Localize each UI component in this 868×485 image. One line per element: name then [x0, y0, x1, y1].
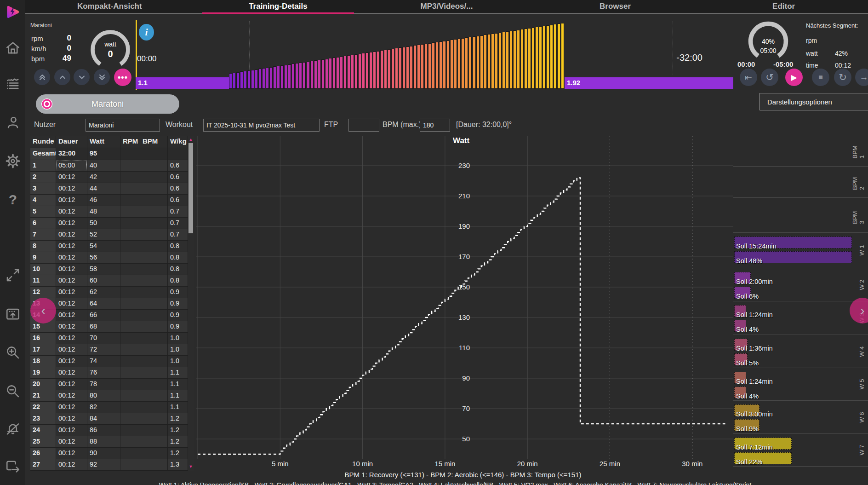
tab-mp3-videos[interactable]: MP3/Videos/... [362, 0, 531, 13]
table-cell[interactable]: 25 [30, 436, 56, 448]
table-cell[interactable]: 20 [30, 379, 56, 390]
table-cell[interactable] [120, 206, 140, 218]
table-cell[interactable]: 00:12 [56, 448, 87, 459]
profile-bar[interactable] [247, 70, 251, 89]
table-row[interactable]: 105:00400.6 [30, 160, 194, 172]
table-cell[interactable] [140, 148, 168, 160]
zone-target-bar[interactable]: Soll 4% [734, 387, 746, 398]
profile-bar[interactable] [413, 45, 417, 89]
profile-bar[interactable] [439, 41, 442, 89]
profile-bar[interactable] [528, 28, 531, 89]
table-cell[interactable]: 76 [87, 367, 120, 379]
profile-bar[interactable] [487, 34, 491, 89]
profile-bar[interactable] [554, 24, 557, 89]
table-cell[interactable]: 92 [87, 459, 120, 471]
profile-bar[interactable] [542, 26, 546, 89]
table-cell[interactable] [120, 172, 140, 183]
profile-bar[interactable] [428, 43, 431, 89]
table-cell[interactable] [120, 344, 140, 356]
profile-bar[interactable] [269, 67, 273, 89]
profile-bar[interactable] [546, 25, 549, 89]
table-cell[interactable]: 1.3 [168, 459, 188, 471]
expand-icon[interactable] [5, 267, 21, 283]
table-cell[interactable] [140, 195, 168, 206]
zone-target-bar[interactable]: Soll 1:24min [734, 372, 746, 384]
play-button[interactable]: ▶ [785, 69, 803, 86]
table-cell[interactable]: 21 [30, 390, 56, 402]
table-cell[interactable]: 68 [87, 321, 120, 333]
table-cell[interactable]: 1.2 [168, 413, 188, 425]
profile-bar[interactable] [473, 36, 476, 89]
profile-bar[interactable] [388, 49, 391, 89]
profile-bar[interactable] [280, 65, 284, 89]
profile-bar[interactable] [435, 42, 439, 89]
table-cell[interactable]: 80 [87, 390, 120, 402]
table-cell[interactable] [140, 321, 168, 333]
table-cell[interactable]: 0.9 [168, 310, 188, 321]
profile-bar[interactable] [446, 40, 450, 89]
profile-bar[interactable] [351, 55, 354, 89]
profile-bar[interactable] [461, 38, 464, 89]
profile-bar[interactable] [509, 31, 513, 89]
table-cell[interactable] [120, 287, 140, 298]
info-icon[interactable]: i [139, 24, 154, 40]
table-cell[interactable]: 00:12 [56, 218, 87, 229]
table-row[interactable]: 1100:12600.8 [30, 275, 194, 287]
table-cell[interactable] [140, 218, 168, 229]
table-row[interactable]: 2300:12841.2 [30, 413, 194, 425]
table-cell[interactable] [140, 287, 168, 298]
table-cell[interactable]: 0.8 [168, 275, 188, 287]
profile-bar[interactable] [443, 41, 446, 89]
table-cell[interactable]: 0.8 [168, 241, 188, 252]
profile-bar[interactable] [318, 60, 321, 89]
table-cell[interactable]: 1.1 [168, 402, 188, 413]
table-cell[interactable]: 1.0 [168, 356, 188, 367]
table-row[interactable]: 1000:12580.8 [30, 264, 194, 275]
table-row[interactable]: 2200:12821.1 [30, 402, 194, 413]
table-header-cell[interactable]: RPM [120, 136, 140, 148]
table-cell[interactable]: 40 [87, 160, 120, 172]
table-cell[interactable]: 4 [30, 195, 56, 206]
profile-bar[interactable] [457, 39, 461, 89]
table-cell[interactable] [120, 195, 140, 206]
table-cell[interactable]: 23 [30, 413, 56, 425]
table-cell[interactable] [120, 148, 140, 160]
zone-target-bar[interactable]: Soll 22% [734, 452, 792, 464]
table-row[interactable]: 1600:12701.0 [30, 333, 194, 344]
profile-bar[interactable] [550, 25, 553, 89]
profile-bar[interactable] [233, 73, 236, 89]
table-row[interactable]: 600:12500.7 [30, 218, 194, 229]
profile-bar[interactable] [513, 30, 516, 89]
table-cell[interactable] [120, 183, 140, 195]
table-row[interactable]: 2500:12881.2 [30, 436, 194, 448]
table-cell[interactable]: 00:12 [56, 413, 87, 425]
profile-bar[interactable] [417, 45, 420, 89]
table-cell[interactable] [120, 367, 140, 379]
table-cell[interactable]: 00:12 [56, 172, 87, 183]
table-cell[interactable]: 24 [30, 425, 56, 436]
table-cell[interactable] [140, 241, 168, 252]
profile-bar[interactable] [343, 56, 347, 89]
profile-bar[interactable] [295, 63, 298, 89]
table-cell[interactable] [140, 367, 168, 379]
profile-bar[interactable] [491, 34, 494, 89]
table-cell[interactable] [140, 425, 168, 436]
profile-bar[interactable] [240, 71, 243, 89]
table-header-cell[interactable]: W/kg [168, 136, 188, 148]
table-cell[interactable]: 00:12 [56, 241, 87, 252]
profile-bar[interactable] [484, 35, 487, 89]
rounds-table[interactable]: RundeDauerWattRPMBPMW/kgGesamt32:0095105… [30, 136, 194, 471]
table-cell[interactable]: 86 [87, 425, 120, 436]
table-cell[interactable]: 3 [30, 183, 56, 195]
table-cell[interactable] [140, 298, 168, 310]
chevron-up-button[interactable] [54, 69, 70, 85]
profile-bar[interactable] [288, 64, 291, 89]
table-cell[interactable]: 74 [87, 356, 120, 367]
table-cell[interactable]: 0.6 [168, 160, 188, 172]
profile-bar[interactable] [358, 54, 361, 89]
table-cell[interactable] [120, 402, 140, 413]
table-header-cell[interactable]: Watt [87, 136, 120, 148]
table-cell[interactable]: 1.2 [168, 425, 188, 436]
profile-bar[interactable] [432, 42, 435, 89]
table-cell[interactable] [120, 229, 140, 241]
